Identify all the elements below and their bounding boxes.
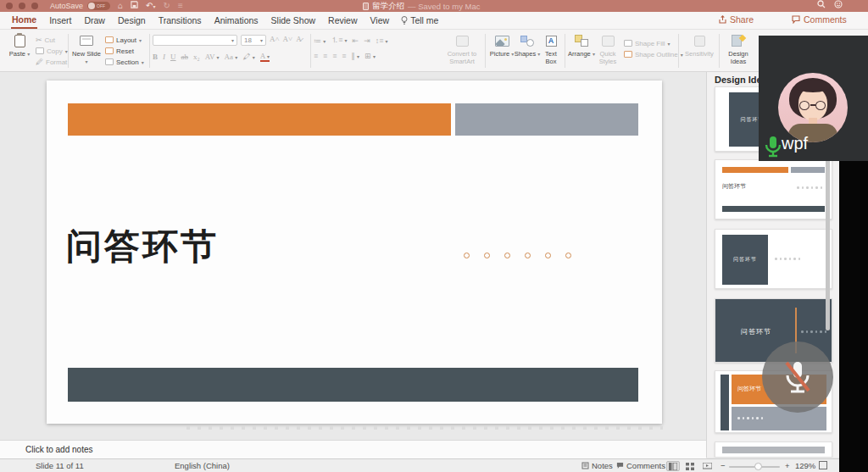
panel-scrollbar[interactable] xyxy=(826,158,830,330)
avatar-fringe xyxy=(795,80,831,92)
shape-outline-button[interactable]: Shape Outline ▾ xyxy=(624,49,683,59)
slide-dot xyxy=(525,253,531,258)
zoom-in-button[interactable]: + xyxy=(785,461,790,470)
layout-icon xyxy=(105,36,114,43)
columns-button[interactable]: ∥ ▾ xyxy=(351,52,359,60)
character-spacing-button[interactable]: AV ▾ xyxy=(205,53,220,61)
zoom-out-button[interactable]: − xyxy=(721,461,726,470)
increase-font-icon[interactable]: A˄ xyxy=(270,35,280,46)
italic-button[interactable]: I xyxy=(163,53,165,61)
tab-view[interactable]: View xyxy=(370,13,391,28)
paste-button[interactable]: Paste ▾ xyxy=(5,33,34,58)
section-button[interactable]: Section ▾ xyxy=(105,57,144,67)
notes-toggle-button[interactable]: Notes xyxy=(581,461,613,470)
tab-slide-show[interactable]: Slide Show xyxy=(270,13,317,28)
redo-icon[interactable]: ↻ xyxy=(163,0,170,12)
change-case-button[interactable]: Aa ▾ xyxy=(225,53,238,61)
tab-home[interactable]: Home xyxy=(11,12,37,29)
tab-review[interactable]: Review xyxy=(327,13,358,28)
underline-button[interactable]: U xyxy=(170,53,176,61)
tab-insert[interactable]: Insert xyxy=(48,13,72,28)
format-painter-button[interactable]: 🖉Format xyxy=(36,57,68,67)
comments-button[interactable]: Comments xyxy=(792,14,847,25)
zoom-slider-thumb[interactable] xyxy=(754,463,762,470)
tab-animations[interactable]: Animations xyxy=(214,13,259,28)
tab-draw[interactable]: Draw xyxy=(83,13,106,28)
slide-decorative-dots[interactable] xyxy=(464,253,571,258)
slideshow-view-button[interactable] xyxy=(700,461,714,471)
quick-styles-button[interactable]: Quick Styles xyxy=(595,33,620,65)
home-icon[interactable]: ⌂ xyxy=(118,0,123,12)
align-left-icon[interactable]: ≡ xyxy=(314,52,318,60)
align-right-icon[interactable]: ≡ xyxy=(332,52,337,60)
slide-shape-orange-bar[interactable] xyxy=(68,103,451,136)
align-center-icon[interactable]: ≡ xyxy=(323,52,327,60)
clear-formatting-icon[interactable]: A̷ xyxy=(296,35,302,46)
arrange-button[interactable]: Arrange ▾ xyxy=(568,33,595,58)
subscript-button[interactable]: x₂ xyxy=(193,53,200,61)
close-window-button[interactable] xyxy=(6,3,13,9)
slide-shape-gray-bar[interactable] xyxy=(455,103,638,136)
sensitivity-button[interactable]: Sensitivity xyxy=(682,33,717,58)
fit-to-window-icon xyxy=(819,461,827,469)
cut-button[interactable]: ✂Cut xyxy=(36,35,68,45)
tab-tell-me[interactable]: Tell me xyxy=(401,15,438,25)
copy-button[interactable]: Copy ▾ xyxy=(36,46,68,56)
zoom-slider[interactable] xyxy=(729,466,780,468)
notes-pane[interactable]: Click to add notes xyxy=(0,440,706,458)
new-slide-button[interactable]: New Slide ▾ xyxy=(71,33,102,65)
slide-canvas[interactable]: 问答环节 xyxy=(47,81,662,424)
slide-shape-slate-bar[interactable] xyxy=(68,368,638,402)
share-button[interactable]: Share xyxy=(719,14,754,25)
slide-sorter-view-button[interactable] xyxy=(683,461,697,471)
text-box-button[interactable]: A Text Box xyxy=(539,33,563,65)
slide-title-text[interactable]: 问答环节 xyxy=(66,223,219,270)
mic-muted-button[interactable] xyxy=(762,342,833,413)
font-name-select[interactable]: ▾ xyxy=(153,35,237,46)
toolbar-overflow-icon[interactable]: ≡ xyxy=(178,0,183,12)
feedback-smiley-icon[interactable] xyxy=(834,0,843,12)
slideshow-icon xyxy=(703,463,712,470)
highlight-color-button[interactable]: 🖍 ▾ xyxy=(242,53,254,61)
fit-slide-to-window-button[interactable] xyxy=(819,461,827,469)
minimize-window-button[interactable] xyxy=(19,3,25,9)
picture-button[interactable]: Picture ▾ xyxy=(488,33,515,58)
reset-button[interactable]: Reset xyxy=(105,46,144,56)
language-label[interactable]: English (China) xyxy=(175,461,230,470)
text-box-icon: A xyxy=(546,36,557,47)
normal-view-button[interactable] xyxy=(666,461,680,471)
webcam-video-overlay[interactable]: wpf xyxy=(759,36,868,161)
tab-transitions[interactable]: Transitions xyxy=(158,13,203,28)
clipboard-small-buttons: ✂Cut Copy ▾ 🖉Format xyxy=(36,35,68,67)
decrease-font-icon[interactable]: A˅ xyxy=(283,35,293,46)
autosave-toggle[interactable]: OFF xyxy=(87,2,110,10)
bullets-button[interactable]: ≔ ▾ xyxy=(314,36,326,45)
increase-indent-icon[interactable]: ⇥ xyxy=(364,36,370,45)
search-icon[interactable] xyxy=(817,0,826,12)
notes-resize-dotted-handle[interactable] xyxy=(186,426,663,430)
bold-button[interactable]: B xyxy=(153,53,158,61)
tab-design[interactable]: Design xyxy=(117,13,147,28)
undo-icon[interactable]: ↶▾ xyxy=(146,0,155,13)
justify-icon[interactable]: ≡ xyxy=(342,52,346,60)
convert-to-smartart-button[interactable]: Convert to SmartArt xyxy=(442,33,481,65)
zoom-level-label[interactable]: 129% xyxy=(795,461,815,470)
numbering-button[interactable]: ⒈≡ ▾ xyxy=(331,35,347,46)
thumb3-dots xyxy=(775,258,800,260)
text-direction-button[interactable]: ⊞ ▾ xyxy=(364,52,376,60)
save-icon[interactable] xyxy=(131,0,138,12)
font-size-select[interactable]: 18▾ xyxy=(241,35,266,46)
font-color-button[interactable]: A ▾ xyxy=(260,52,270,62)
strikethrough-button[interactable]: ab xyxy=(181,53,189,61)
design-idea-thumbnail-6[interactable] xyxy=(715,441,832,458)
zoom-window-button[interactable] xyxy=(31,3,38,9)
line-spacing-button[interactable]: ↕≡ ▾ xyxy=(376,36,388,45)
decrease-indent-icon[interactable]: ⇤ xyxy=(353,36,359,45)
shapes-button[interactable]: Shapes ▾ xyxy=(514,33,541,58)
shape-fill-button[interactable]: Shape Fill ▾ xyxy=(624,38,683,48)
layout-button[interactable]: Layout ▾ xyxy=(105,35,144,45)
design-ideas-button[interactable]: Design Ideas xyxy=(722,33,754,65)
design-idea-thumbnail-3[interactable]: 问答环节 xyxy=(715,229,832,289)
comments-toggle-button[interactable]: Comments xyxy=(616,461,665,470)
design-idea-thumbnail-2[interactable]: 问答环节 xyxy=(715,159,832,219)
